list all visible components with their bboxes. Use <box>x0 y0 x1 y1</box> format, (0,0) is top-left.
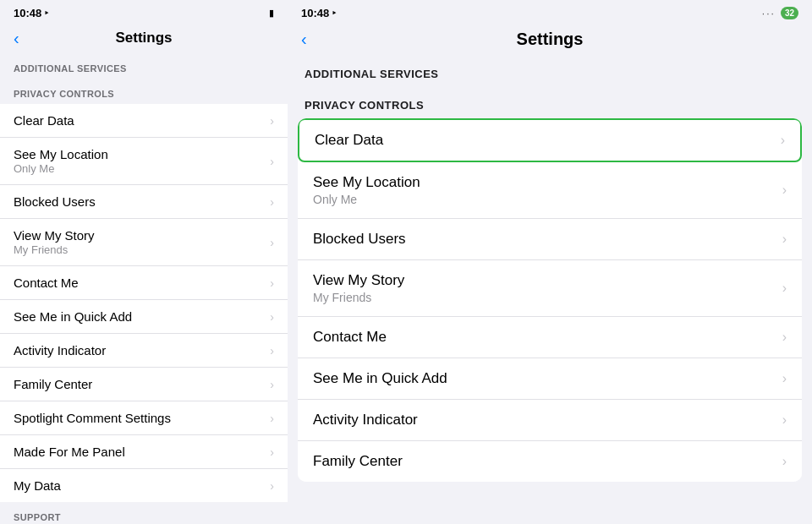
chevron-icon: › <box>270 195 274 209</box>
right-battery-badge: 32 <box>781 7 798 19</box>
left-item-clear-data[interactable]: Clear Data › <box>0 104 288 138</box>
chevron-icon: › <box>270 344 274 358</box>
right-item-contact-me[interactable]: Contact Me › <box>298 317 802 358</box>
right-item-activity-indicator[interactable]: Activity Indicator › <box>298 400 802 441</box>
left-item-view-my-story[interactable]: View My Story My Friends › <box>0 219 288 266</box>
chevron-icon: › <box>782 371 787 386</box>
chevron-icon: › <box>270 276 274 290</box>
left-item-family-center[interactable]: Family Center › <box>0 368 288 401</box>
chevron-icon: › <box>270 310 274 324</box>
left-item-contact-me[interactable]: Contact Me › <box>0 266 288 300</box>
left-panel: 10:48 ‣ ▮ ‹ Settings ADDITIONAL SERVICES… <box>0 0 288 524</box>
chevron-icon: › <box>270 445 274 459</box>
right-dots-icon: ··· <box>762 8 776 19</box>
right-item-clear-data[interactable]: Clear Data › <box>298 118 802 162</box>
left-battery-icon: ▮ <box>269 8 274 19</box>
right-item-view-my-story[interactable]: View My Story My Friends › <box>298 260 802 317</box>
chevron-icon: › <box>782 454 787 469</box>
left-item-see-my-location[interactable]: See My Location Only Me › <box>0 138 288 185</box>
right-additional-services-header: ADDITIONAL SERVICES <box>288 56 812 87</box>
right-nav-bar: ‹ Settings <box>288 23 812 56</box>
left-privacy-list: Clear Data › See My Location Only Me › B… <box>0 104 288 502</box>
chevron-icon: › <box>270 412 274 425</box>
chevron-icon: › <box>782 330 787 345</box>
right-item-see-me-quick-add[interactable]: See Me in Quick Add › <box>298 358 802 400</box>
right-status-time: 10:48 ‣ <box>301 7 337 19</box>
right-item-blocked-users[interactable]: Blocked Users › <box>298 219 802 260</box>
left-item-blocked-users[interactable]: Blocked Users › <box>0 185 288 219</box>
left-support-header: SUPPORT <box>0 502 288 524</box>
right-privacy-list: Clear Data › See My Location Only Me › B… <box>298 118 802 482</box>
right-status-icons: ··· 32 <box>762 7 798 19</box>
chevron-icon: › <box>782 183 787 198</box>
chevron-icon: › <box>270 114 274 128</box>
chevron-icon: › <box>782 232 787 247</box>
chevron-icon: › <box>270 155 274 168</box>
right-privacy-controls-header: PRIVACY CONTROLS <box>288 87 812 118</box>
chevron-icon: › <box>270 236 274 249</box>
chevron-icon: › <box>781 133 785 148</box>
right-item-family-center[interactable]: Family Center › <box>298 441 802 482</box>
left-nav-bar: ‹ Settings <box>0 23 288 53</box>
left-item-activity-indicator[interactable]: Activity Indicator › <box>0 334 288 368</box>
right-nav-title: Settings <box>517 30 584 49</box>
left-location-icon: ‣ <box>44 8 49 18</box>
chevron-icon: › <box>782 412 787 428</box>
left-status-time: 10:48 ‣ <box>14 7 49 19</box>
left-item-spotlight-comment-settings[interactable]: Spotlight Comment Settings › <box>0 401 288 435</box>
left-time-text: 10:48 <box>14 7 41 19</box>
right-panel: 10:48 ‣ ··· 32 ‹ Settings ADDITIONAL SER… <box>288 0 812 524</box>
chevron-icon: › <box>270 479 274 493</box>
left-status-bar: 10:48 ‣ ▮ <box>0 0 288 23</box>
left-item-made-for-me-panel[interactable]: Made For Me Panel › <box>0 435 288 469</box>
left-item-see-me-quick-add[interactable]: See Me in Quick Add › <box>0 300 288 334</box>
chevron-icon: › <box>782 281 787 296</box>
left-status-icons: ▮ <box>269 8 274 19</box>
right-time-text: 10:48 <box>301 7 329 19</box>
right-item-see-my-location[interactable]: See My Location Only Me › <box>298 162 802 219</box>
right-location-icon: ‣ <box>332 8 337 18</box>
right-status-bar: 10:48 ‣ ··· 32 <box>288 0 812 23</box>
right-back-button[interactable]: ‹ <box>301 30 307 49</box>
left-nav-title: Settings <box>115 30 172 46</box>
left-item-my-data[interactable]: My Data › <box>0 469 288 502</box>
left-privacy-controls-header: PRIVACY CONTROLS <box>0 79 288 104</box>
chevron-icon: › <box>270 378 274 391</box>
left-back-button[interactable]: ‹ <box>14 29 19 48</box>
left-additional-services-header: ADDITIONAL SERVICES <box>0 53 288 79</box>
